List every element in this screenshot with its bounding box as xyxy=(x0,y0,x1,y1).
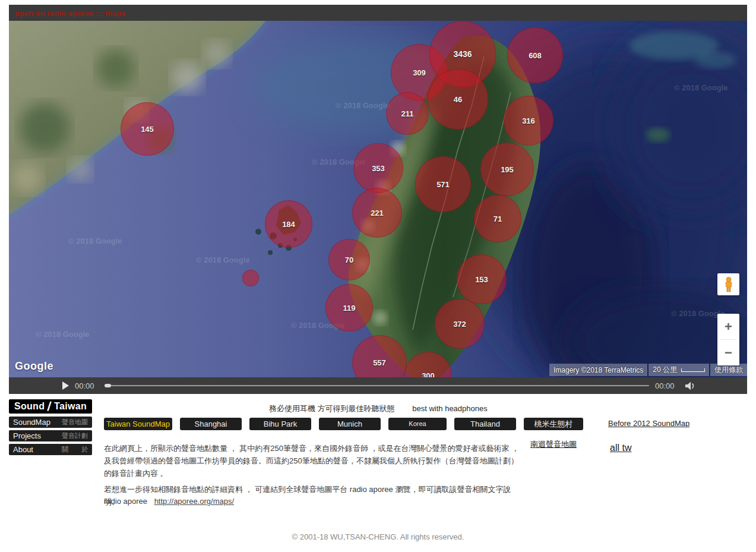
scale-bar xyxy=(681,368,705,372)
logo-word-taiwan: Taiwan xyxy=(54,401,87,412)
sidebar-label-zh: 聲音地圖 xyxy=(62,418,88,427)
link-before-2012-soundmap[interactable]: Before 2012 SoundMap xyxy=(608,419,689,428)
map-module-frame: open on radio aporee ::: maps xyxy=(9,5,747,394)
cluster-count: 71 xyxy=(494,215,502,223)
play-button[interactable] xyxy=(62,381,69,390)
current-time: 00:00 xyxy=(75,381,99,390)
map-module-topbar: open on radio aporee ::: maps xyxy=(9,5,747,21)
description-paragraph-1: 在此網頁上，所顯示的聲音地點數量 ， 其中約有250筆聲音，來自國外錄音師 ，或… xyxy=(104,442,524,480)
cluster-count: 221 xyxy=(371,209,384,217)
terms-link[interactable]: 使用條款 xyxy=(714,365,743,375)
cluster-count: 70 xyxy=(345,256,353,264)
sound-cluster-marker[interactable]: 211 xyxy=(386,92,429,135)
volume-button[interactable] xyxy=(685,381,696,390)
seek-slider[interactable] xyxy=(105,385,649,386)
imagery-credit: Imagery ©2018 TerraMetrics xyxy=(549,364,647,376)
zoom-out-button[interactable]: − xyxy=(717,340,739,365)
speaker-icon xyxy=(685,381,696,390)
nav-button-thailand[interactable]: Thailand xyxy=(454,418,516,430)
sound-cluster-marker[interactable]: 608 xyxy=(507,27,563,83)
cluster-count: 145 xyxy=(141,125,154,134)
logo-slash: / xyxy=(47,399,52,414)
sound-cluster-marker[interactable]: 571 xyxy=(415,156,471,212)
sound-cluster-marker[interactable]: 353 xyxy=(353,143,403,193)
sound-cluster-marker[interactable]: 221 xyxy=(352,188,402,238)
cluster-count: 119 xyxy=(343,304,356,313)
total-time: 00:00 xyxy=(655,381,679,390)
sidebar-item-about[interactable]: About關 於 xyxy=(9,444,92,455)
cluster-count: 372 xyxy=(453,320,466,329)
sidebar-label-en: SoundMap xyxy=(13,418,50,427)
sidebar-menu: SoundMap聲音地圖Projects聲音計劃About關 於 xyxy=(9,417,92,458)
cluster-count: 608 xyxy=(529,51,542,60)
audio-player: 00:00 00:00 xyxy=(9,377,747,394)
radio-aporee-line: radio aporee http://aporee.org/maps/ xyxy=(104,497,234,506)
aporee-maps-url-link[interactable]: http://aporee.org/maps/ xyxy=(154,497,234,506)
sound-cluster-marker[interactable]: 145 xyxy=(121,102,174,156)
zoom-in-button[interactable]: + xyxy=(717,314,739,339)
map-scale: 20 公里 xyxy=(649,364,709,376)
cluster-count: 211 xyxy=(401,109,414,118)
cluster-count: 316 xyxy=(522,116,535,125)
pegman-icon xyxy=(723,277,734,292)
soundmap-nav-row: Taiwan SoundMapShanghaiBihu ParkMunichKo… xyxy=(104,418,583,430)
sidebar-label-en: About xyxy=(13,445,33,454)
map-attribution: Imagery ©2018 TerraMetrics 20 公里 使用條款 xyxy=(549,364,747,376)
radio-aporee-label: radio aporee xyxy=(104,497,147,506)
satellite-map[interactable]: © 2018 Google© 2018 Google© 2018 Google©… xyxy=(9,21,747,377)
sound-cluster-marker[interactable]: 46 xyxy=(428,69,488,130)
cluster-count: 309 xyxy=(413,68,426,77)
headphones-notice: 務必使用耳機 方可得到最佳聆聽狀態 best with headphones xyxy=(269,403,488,414)
logo-word-sound: Sound xyxy=(14,401,45,412)
site-logo[interactable]: Sound / Taiwan xyxy=(9,399,92,414)
sound-cluster-marker[interactable]: 316 xyxy=(504,96,553,146)
sidebar-label-zh: 關 於 xyxy=(62,445,88,454)
sound-cluster-marker[interactable]: 70 xyxy=(328,239,370,280)
nav-button-korea[interactable]: Korea xyxy=(388,418,447,430)
headphones-notice-zh: 務必使用耳機 方可得到最佳聆聽狀態 xyxy=(269,404,395,413)
cluster-count: 300 xyxy=(422,371,435,378)
pegman-button[interactable] xyxy=(717,273,739,295)
link-nanhui-soundmap[interactable]: 南迴聲音地圖 xyxy=(530,439,577,450)
nav-button-taiwan-soundmap[interactable]: Taiwan SoundMap xyxy=(104,418,172,430)
google-logo: Google xyxy=(15,360,53,373)
sound-cluster-marker[interactable]: 71 xyxy=(474,195,521,242)
cluster-count: 153 xyxy=(475,275,488,284)
sound-cluster-marker[interactable]: 184 xyxy=(265,200,312,248)
sound-cluster-marker[interactable]: 119 xyxy=(325,284,373,332)
sidebar-label-en: Projects xyxy=(13,431,41,440)
sound-cluster-marker[interactable]: 153 xyxy=(457,254,507,304)
radio-aporee-link[interactable]: open on radio aporee ::: maps xyxy=(15,9,125,18)
cluster-count: 353 xyxy=(372,164,385,173)
cluster-count: 46 xyxy=(454,95,462,104)
cluster-count: 571 xyxy=(436,180,450,189)
sound-cluster-marker[interactable] xyxy=(242,270,259,286)
sidebar-item-projects[interactable]: Projects聲音計劃 xyxy=(9,430,92,441)
nav-button-munich[interactable]: Munich xyxy=(319,418,381,430)
zoom-control: + − xyxy=(717,314,739,365)
copyright-footer: © 2001-18 WU,TSAN-CHENG. All rights rese… xyxy=(9,532,747,541)
cluster-count: 184 xyxy=(282,220,295,229)
cluster-count: 557 xyxy=(373,358,386,367)
page: open on radio aporee ::: maps xyxy=(0,0,756,552)
link-all-tw[interactable]: all tw xyxy=(610,443,631,453)
cluster-count: 195 xyxy=(501,165,514,174)
nav-button-bihu-park[interactable]: Bihu Park xyxy=(249,418,311,430)
sound-cluster-marker[interactable]: 372 xyxy=(435,299,485,349)
nav-button-zh-6[interactable]: 桃米生態村 xyxy=(524,418,583,430)
headphones-notice-en: best with headphones xyxy=(412,404,487,413)
nav-button-shanghai[interactable]: Shanghai xyxy=(180,418,242,430)
sound-cluster-marker[interactable]: 195 xyxy=(480,143,534,196)
sidebar-label-zh: 聲音計劃 xyxy=(62,431,88,440)
cluster-count: 3436 xyxy=(453,49,472,59)
seek-knob[interactable] xyxy=(105,384,111,387)
sidebar-item-soundmap[interactable]: SoundMap聲音地圖 xyxy=(9,417,92,428)
